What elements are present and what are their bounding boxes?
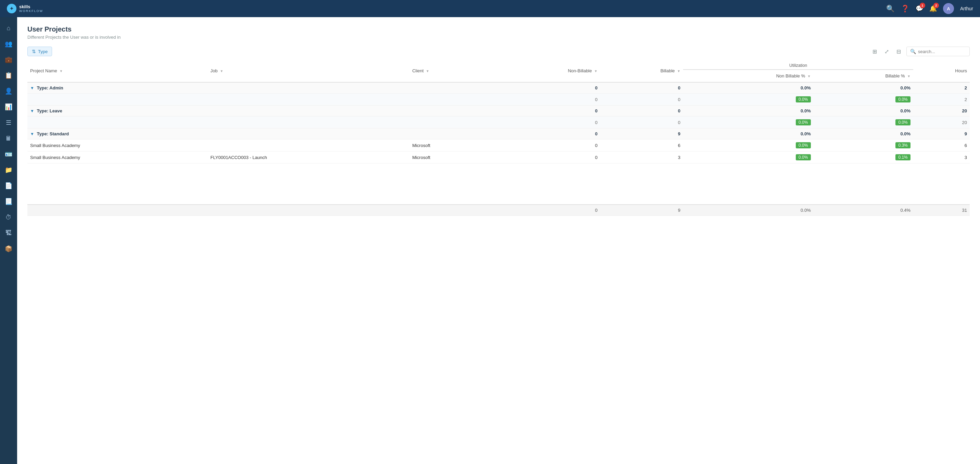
sidebar-item-home[interactable]: ⌂ bbox=[2, 21, 16, 35]
expand-admin-icon[interactable]: ▼ bbox=[30, 86, 34, 91]
sidebar-item-storage[interactable]: 📦 bbox=[2, 242, 16, 256]
avatar[interactable]: A bbox=[943, 3, 954, 14]
admin-sub-b: 0 bbox=[600, 94, 683, 105]
help-icon[interactable]: ❓ bbox=[901, 5, 910, 13]
sidebar-item-reports[interactable]: 📊 bbox=[2, 100, 16, 114]
top-navigation: ✦ skills WORKFLOW 🔍 ❓ 💬 1 🔔 2 A Arthur bbox=[0, 0, 980, 17]
notifications-icon[interactable]: 🔔 2 bbox=[929, 5, 937, 12]
table-row: Small Business Academy Microsoft 0 6 0.0… bbox=[27, 139, 970, 151]
filter-nb-pct-icon[interactable]: ▼ bbox=[807, 74, 811, 78]
standard-billable: 9 bbox=[600, 129, 683, 139]
row1-b-pct: 0.3% bbox=[814, 139, 913, 151]
badge-admin-nb-pct: 0.0% bbox=[796, 96, 811, 102]
group-row-admin: ▼ Type: Admin 0 0 0.0% 0.0% 2 bbox=[27, 82, 970, 94]
sidebar-item-id[interactable]: 🪪 bbox=[2, 147, 16, 161]
search-icon: 🔍 bbox=[910, 49, 916, 54]
sort-icon: ⇅ bbox=[32, 49, 36, 54]
leave-nb-pct: 0.0% bbox=[683, 105, 814, 116]
admin-hours: 2 bbox=[913, 82, 970, 94]
topnav-right: 🔍 ❓ 💬 1 🔔 2 A Arthur bbox=[886, 3, 973, 14]
footer-nb: 0 bbox=[486, 204, 600, 216]
toolbar: ⇅ Type ⊞ ⤢ ⊟ 🔍 bbox=[17, 43, 980, 60]
row1-nb-pct: 0.0% bbox=[683, 139, 814, 151]
col-hours: Hours bbox=[913, 60, 970, 82]
search-box: 🔍 bbox=[906, 46, 970, 56]
page-subtitle: Different Projects the User was or is in… bbox=[27, 35, 970, 40]
standard-non-billable: 0 bbox=[486, 129, 600, 139]
messages-icon[interactable]: 💬 1 bbox=[916, 5, 923, 12]
standard-hours: 9 bbox=[913, 129, 970, 139]
row1-client: Microsoft bbox=[409, 139, 486, 151]
col-project-name: Project Name ▼ bbox=[27, 60, 208, 82]
col-job: Job ▼ bbox=[208, 60, 409, 82]
expand-standard-icon[interactable]: ▼ bbox=[30, 132, 34, 136]
sidebar-item-files[interactable]: 📁 bbox=[2, 163, 16, 177]
badge-row1-b-pct: 0.3% bbox=[896, 142, 910, 148]
sidebar-item-documents[interactable]: 📄 bbox=[2, 179, 16, 193]
sidebar: ⌂ 👥 💼 📋 👤 📊 ☰ 🖩 🪪 📁 📄 📃 ⏱ 🏗 📦 bbox=[0, 17, 17, 464]
filter-type-button[interactable]: ⇅ Type bbox=[27, 46, 52, 56]
filter-b-pct-icon[interactable]: ▼ bbox=[907, 74, 910, 78]
leave-sub-b: 0 bbox=[600, 116, 683, 129]
badge-admin-b-pct: 0.0% bbox=[896, 96, 910, 102]
badge-row2-b-pct: 0.1% bbox=[896, 154, 910, 160]
filter-project-name-icon[interactable]: ▼ bbox=[59, 69, 63, 73]
footer-row: 0 9 0.0% 0.4% 31 bbox=[27, 204, 970, 216]
app-logo[interactable]: ✦ skills WORKFLOW bbox=[7, 4, 43, 13]
admin-sub-b-pct: 0.0% bbox=[814, 94, 913, 105]
footer-hours: 31 bbox=[913, 204, 970, 216]
group-label-admin: ▼ Type: Admin bbox=[27, 82, 486, 94]
filter-client-icon[interactable]: ▼ bbox=[426, 69, 430, 73]
admin-nb-pct: 0.0% bbox=[683, 82, 814, 94]
user-name[interactable]: Arthur bbox=[960, 6, 973, 11]
sidebar-item-profile[interactable]: 👤 bbox=[2, 84, 16, 98]
sidebar-item-calculator[interactable]: 🖩 bbox=[2, 132, 16, 145]
row1-hours: 6 bbox=[913, 139, 970, 151]
row2-project: Small Business Academy bbox=[27, 151, 208, 163]
standard-b-pct: 0.0% bbox=[814, 129, 913, 139]
group-label-leave: ▼ Type: Leave bbox=[27, 105, 486, 116]
sidebar-item-users[interactable]: 👥 bbox=[2, 37, 16, 51]
sidebar-item-tasks[interactable]: 📋 bbox=[2, 69, 16, 82]
filter-non-billable-icon[interactable]: ▼ bbox=[594, 69, 598, 73]
col-non-billable-pct: Non Billable % ▼ bbox=[683, 70, 814, 82]
footer-b: 9 bbox=[600, 204, 683, 216]
subtotal-row-admin: 0 0 0.0% 0.0% 2 bbox=[27, 94, 970, 105]
row2-hours: 3 bbox=[913, 151, 970, 163]
admin-billable: 0 bbox=[600, 82, 683, 94]
expand-button[interactable]: ⤢ bbox=[882, 47, 891, 56]
leave-sub-nb-pct: 0.0% bbox=[683, 116, 814, 129]
filter-billable-icon[interactable]: ▼ bbox=[677, 69, 680, 73]
footer-nb-pct: 0.0% bbox=[683, 204, 814, 216]
layout-button[interactable]: ⊟ bbox=[894, 47, 903, 56]
admin-sub-nb: 0 bbox=[486, 94, 600, 105]
sidebar-item-timer[interactable]: ⏱ bbox=[2, 210, 16, 224]
main-content: User Projects Different Projects the Use… bbox=[17, 17, 980, 464]
sidebar-item-build[interactable]: 🏗 bbox=[2, 226, 16, 240]
row1-nb: 0 bbox=[486, 139, 600, 151]
standard-nb-pct: 0.0% bbox=[683, 129, 814, 139]
leave-sub-b-pct: 0.0% bbox=[814, 116, 913, 129]
row2-job: FLY0001ACCO003 - Launch bbox=[208, 151, 409, 163]
filter-type-label: Type bbox=[38, 49, 48, 54]
sidebar-item-menu[interactable]: ☰ bbox=[2, 116, 16, 129]
expand-leave-icon[interactable]: ▼ bbox=[30, 108, 34, 113]
badge-leave-nb-pct: 0.0% bbox=[796, 119, 811, 126]
search-input[interactable] bbox=[918, 49, 966, 54]
sidebar-item-projects[interactable]: 💼 bbox=[2, 53, 16, 67]
search-icon[interactable]: 🔍 bbox=[886, 5, 895, 13]
admin-non-billable: 0 bbox=[486, 82, 600, 94]
messages-badge: 1 bbox=[920, 3, 925, 8]
row2-client: Microsoft bbox=[409, 151, 486, 163]
filter-job-icon[interactable]: ▼ bbox=[220, 69, 223, 73]
settings-columns-button[interactable]: ⊞ bbox=[870, 47, 879, 56]
admin-b-pct: 0.0% bbox=[814, 82, 913, 94]
group-row-standard: ▼ Type: Standard 0 9 0.0% 0.0% 9 bbox=[27, 129, 970, 139]
col-billable-pct: Billable % ▼ bbox=[814, 70, 913, 82]
admin-sub-nb-pct: 0.0% bbox=[683, 94, 814, 105]
col-utilization-group: Utilization bbox=[683, 60, 913, 70]
sidebar-item-list[interactable]: 📃 bbox=[2, 195, 16, 208]
leave-billable: 0 bbox=[600, 105, 683, 116]
leave-sub-nb: 0 bbox=[486, 116, 600, 129]
leave-sub-hours: 20 bbox=[913, 116, 970, 129]
